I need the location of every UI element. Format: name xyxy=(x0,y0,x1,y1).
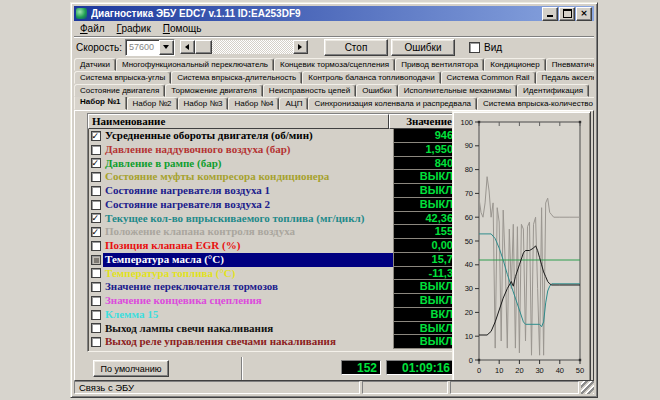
row-label[interactable]: Усредненные обороты двигателя (об/мин) xyxy=(103,129,393,143)
row-label[interactable]: Давление в рампе (бар) xyxy=(103,157,393,171)
elapsed-timer: 01:09:16 xyxy=(386,360,454,375)
table-row[interactable]: Текущее кол-во впрыскиваемого топлива (м… xyxy=(88,212,456,226)
table-row[interactable]: Состояние нагревателя воздуха 2ВЫКЛ xyxy=(88,198,456,212)
tab-1-2[interactable]: Многофункциональный переключатель xyxy=(116,58,274,71)
tab-1-6[interactable]: Пневматическая система xyxy=(546,58,594,71)
row-label[interactable]: Температура топлива (°C) xyxy=(103,267,393,281)
checkbox-icon xyxy=(91,213,101,223)
row-label[interactable]: Значение концевика сцепления xyxy=(103,294,393,308)
tab-4-2[interactable]: Набор №2 xyxy=(127,97,178,110)
row-checkbox[interactable] xyxy=(88,253,103,267)
row-value: 1,950 xyxy=(393,143,456,157)
column-header-value[interactable]: Значение xyxy=(389,114,456,129)
row-checkbox[interactable] xyxy=(88,322,103,336)
row-checkbox[interactable] xyxy=(88,239,103,253)
tab-4-6[interactable]: Синхронизация коленвала и распредвала xyxy=(308,97,477,110)
table-row[interactable]: Температура топлива (°C)-11,3 xyxy=(88,267,456,281)
tab-1-3[interactable]: Концевик тормоза/сцепления xyxy=(274,58,395,71)
speed-slider[interactable] xyxy=(180,40,308,54)
default-button[interactable]: По умолчанию xyxy=(93,360,169,377)
table-row[interactable]: Давление наддувочного воздуха (бар)1,950 xyxy=(88,143,456,157)
tab-2-5[interactable]: Педаль акселератора xyxy=(536,71,595,84)
table-row[interactable]: Выход лампы свечи накаливанияВЫКЛ xyxy=(88,322,456,336)
minimize-button[interactable] xyxy=(542,7,558,21)
row-label[interactable]: Выход лампы свечи накаливания xyxy=(103,322,393,336)
tab-3-6[interactable]: Идентификация xyxy=(517,84,589,97)
row-label[interactable]: Состояние нагревателя воздуха 1 xyxy=(103,184,393,198)
table-row[interactable]: Клемма 15ВКЛ xyxy=(88,308,456,322)
row-checkbox[interactable] xyxy=(88,308,103,322)
row-checkbox[interactable] xyxy=(88,184,103,198)
resize-grip[interactable] xyxy=(581,381,594,394)
table-row[interactable]: Значение переключателя тормозовВЫКЛ xyxy=(88,280,456,294)
speed-combobox[interactable]: 57600 xyxy=(125,39,175,56)
tab-4-5[interactable]: АЦП xyxy=(279,97,308,110)
row-checkbox[interactable] xyxy=(88,212,103,226)
tab-2-2[interactable]: Система впрыска-длительность xyxy=(171,71,302,84)
row-checkbox[interactable] xyxy=(88,225,103,239)
slider-thumb[interactable] xyxy=(195,40,212,54)
table-row[interactable]: Значение концевика сцепленияВЫКЛ xyxy=(88,294,456,308)
row-checkbox[interactable] xyxy=(88,267,103,281)
row-label[interactable]: Положение клапана контроля воздуха xyxy=(103,225,393,239)
tab-row-4: Набор №1Набор №2Набор №3Набор №4АЦПСинхр… xyxy=(74,97,594,110)
table-row[interactable]: Усредненные обороты двигателя (об/мин)94… xyxy=(88,129,456,143)
tab-2-4[interactable]: Система Common Rail xyxy=(441,71,536,84)
row-checkbox[interactable] xyxy=(88,157,103,171)
tab-3-2[interactable]: Торможение двигателя xyxy=(165,84,263,97)
tab-1-1[interactable]: Датчики xyxy=(74,58,116,71)
tab-4-3[interactable]: Набор №3 xyxy=(178,97,229,110)
row-checkbox[interactable] xyxy=(88,280,103,294)
row-label[interactable]: Состояние муфты компресора кондиционера xyxy=(103,170,393,184)
stop-button[interactable]: Стоп xyxy=(324,39,388,56)
tab-3-3[interactable]: Неисправность цепей xyxy=(263,84,356,97)
column-header-name[interactable]: Наименование xyxy=(88,114,389,129)
row-label[interactable]: Клемма 15 xyxy=(103,308,393,322)
tab-1-4[interactable]: Привод вентилятора xyxy=(395,58,484,71)
tab-2-1[interactable]: Система впрыска-углы xyxy=(74,71,171,84)
tab-4-1[interactable]: Набор №1 xyxy=(74,97,127,110)
row-label[interactable]: Позиция клапана EGR (%) xyxy=(103,239,393,253)
row-checkbox[interactable] xyxy=(88,143,103,157)
row-checkbox[interactable] xyxy=(88,170,103,184)
row-label[interactable]: Давление наддувочного воздуха (бар) xyxy=(103,143,393,157)
table-row[interactable]: Выход реле управления свечами накаливани… xyxy=(88,335,456,349)
table-row[interactable]: Температура масла (°C)15,7 xyxy=(88,253,456,267)
row-label[interactable]: Значение переключателя тормозов xyxy=(103,280,393,294)
table-row[interactable]: Состояние муфты компресора кондиционераВ… xyxy=(88,170,456,184)
menu-help[interactable]: Помощь xyxy=(157,22,208,35)
slider-right-button[interactable] xyxy=(293,40,308,54)
tab-4-7[interactable]: Система впрыска-количество xyxy=(477,97,594,110)
checkbox-icon xyxy=(91,145,101,155)
row-label[interactable]: Выход реле управления свечами накаливани… xyxy=(103,335,393,349)
slider-track[interactable] xyxy=(212,40,293,54)
row-label[interactable]: Состояние нагревателя воздуха 2 xyxy=(103,198,393,212)
row-checkbox[interactable] xyxy=(88,129,103,143)
titlebar[interactable]: Диагностика ЭБУ EDC7 v.1.11 ID:EA253DF9 … xyxy=(74,6,594,21)
menu-file[interactable]: Файл xyxy=(74,22,111,35)
row-checkbox[interactable] xyxy=(88,294,103,308)
y-tick-label: 10 xyxy=(465,332,473,341)
table-row[interactable]: Состояние нагревателя воздуха 1ВЫКЛ xyxy=(88,184,456,198)
row-label[interactable]: Температура масла (°C) xyxy=(103,253,393,267)
row-checkbox[interactable] xyxy=(88,198,103,212)
table-row[interactable]: Давление в рампе (бар)840 xyxy=(88,157,456,171)
table-row[interactable]: Позиция клапана EGR (%)0,00 xyxy=(88,239,456,253)
close-button[interactable]: × xyxy=(576,7,592,21)
row-label[interactable]: Текущее кол-во впрыскиваемого топлива (м… xyxy=(103,212,393,226)
errors-button[interactable]: Ошибки xyxy=(391,39,455,56)
tab-2-3[interactable]: Контроль баланса топливоподачи xyxy=(302,71,440,84)
tab-3-1[interactable]: Состояние двигателя xyxy=(74,84,165,97)
row-checkbox[interactable] xyxy=(88,335,103,349)
combo-dropdown-button[interactable] xyxy=(159,40,174,55)
view-checkbox[interactable] xyxy=(469,42,480,53)
tab-3-5[interactable]: Исполнительные механизмы xyxy=(398,84,517,97)
slider-left-button[interactable] xyxy=(180,40,195,54)
menu-chart[interactable]: График xyxy=(111,22,157,35)
maximize-button[interactable] xyxy=(559,7,575,21)
tab-1-5[interactable]: Кондиционер xyxy=(484,58,545,71)
tab-4-4[interactable]: Набор №4 xyxy=(228,97,279,110)
checkbox-icon xyxy=(91,296,101,306)
table-row[interactable]: Положение клапана контроля воздуха155 xyxy=(88,225,456,239)
tab-3-4[interactable]: Ошибки xyxy=(356,84,398,97)
